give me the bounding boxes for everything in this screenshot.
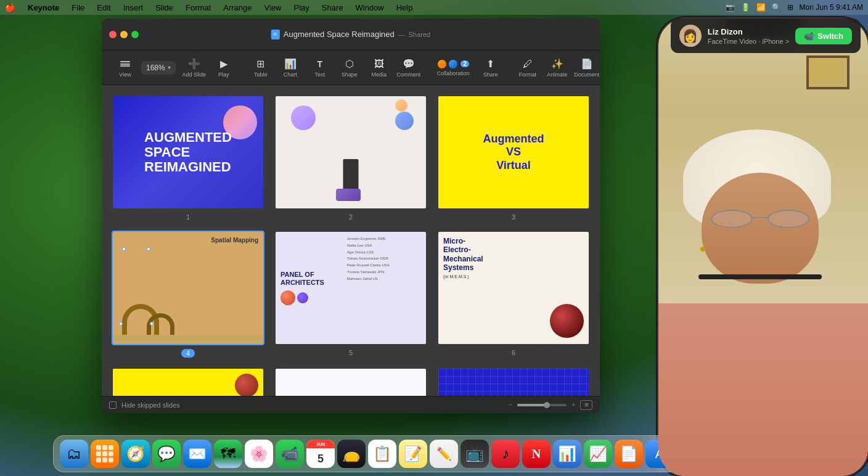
- menubar-slide[interactable]: Slide: [153, 3, 176, 12]
- shape-icon: ⬡: [343, 58, 356, 70]
- dock-finder[interactable]: 🗂: [60, 440, 88, 468]
- facetime-icon: 📹: [280, 445, 299, 462]
- zoom-out-icon[interactable]: −: [509, 401, 512, 408]
- slide-6[interactable]: Micro-Electro-MechanicalSystems (or M.E.…: [437, 231, 590, 358]
- menubar-view[interactable]: View: [262, 3, 284, 12]
- calendar-month-label: JUN: [316, 442, 325, 446]
- person-body: [658, 303, 868, 476]
- hide-skipped-checkbox[interactable]: [109, 401, 117, 409]
- grid-view-icon[interactable]: ⊞: [580, 400, 592, 410]
- dock-photos[interactable]: 🌸: [245, 440, 273, 468]
- menubar-window[interactable]: Window: [353, 3, 386, 12]
- notification-name: Liz Dizon: [708, 27, 789, 36]
- keynote-window: K Augmented Space Reimagined — Shared Vi…: [102, 18, 600, 413]
- dock-news[interactable]: N: [522, 440, 551, 468]
- dock-maps[interactable]: 🗺: [214, 440, 242, 468]
- slide-2-number: 2: [349, 213, 353, 221]
- selection-handle-3: [119, 322, 123, 326]
- slide-9-thumbnail: PHYSICALAUGMENTEDVIRTUAL: [437, 367, 590, 396]
- pages-icon: 📄: [620, 445, 638, 462]
- dock-mail[interactable]: ✉️: [183, 440, 211, 468]
- dock-reminders[interactable]: 📋: [368, 440, 396, 468]
- dock-pages[interactable]: 📄: [615, 440, 643, 468]
- dock-tv[interactable]: 📺: [461, 440, 489, 468]
- earring: [700, 247, 705, 252]
- dock-launchpad[interactable]: [91, 440, 119, 468]
- zoom-slider[interactable]: [517, 404, 567, 406]
- menubar-share[interactable]: Share: [319, 3, 346, 12]
- slide-4-number: 4: [181, 349, 195, 358]
- menubar-help[interactable]: Help: [394, 3, 416, 12]
- document-button[interactable]: 📄 Document: [573, 55, 600, 80]
- menubar-right: 📷 🔋 📶 🔍 ⊞ Mon Jun 5 9:41 AM: [726, 3, 863, 12]
- comment-button[interactable]: 💬 Comment: [395, 55, 422, 80]
- menubar-app-name[interactable]: Keynote: [25, 3, 62, 12]
- slide-5-thumbnail: PANEL OFARCHITECTS Jocelyn Engstrom SWE …: [274, 231, 427, 345]
- slide-4-thumbnail: Spatial Mapping: [112, 231, 264, 345]
- text-button[interactable]: T Text: [306, 55, 334, 80]
- slide-7[interactable]: AUGO 7: [112, 367, 264, 396]
- slide-8[interactable]: Layers of Augmentation 8: [274, 367, 427, 396]
- media-label: Media: [371, 72, 387, 78]
- iphone-screen: [658, 18, 868, 476]
- slide-2[interactable]: 2: [274, 95, 427, 221]
- zoom-value: 168%: [146, 64, 165, 72]
- search-icon[interactable]: 🔍: [772, 3, 781, 12]
- dock-music[interactable]: ♪: [491, 440, 520, 468]
- slide-5[interactable]: PANEL OFARCHITECTS Jocelyn Engstrom SWE …: [274, 231, 427, 358]
- format-label: Format: [519, 72, 537, 78]
- menubar-arrange[interactable]: Arrange: [221, 3, 254, 12]
- view-icon: [119, 58, 131, 70]
- media-button[interactable]: 🖼 Media: [366, 55, 393, 80]
- shape-button[interactable]: ⬡ Shape: [336, 55, 363, 80]
- slide-5-blob2: [297, 292, 308, 303]
- dock-numbers[interactable]: 📈: [584, 440, 612, 468]
- media-icon: 🖼: [373, 58, 385, 70]
- wall-painting: [806, 55, 850, 89]
- dock-calendar[interactable]: JUN 5: [306, 440, 335, 468]
- slide-4[interactable]: Spatial Mapping 4: [112, 231, 264, 358]
- share-button[interactable]: ⬆ Share: [477, 55, 504, 80]
- menubar-file[interactable]: File: [69, 3, 87, 12]
- chart-button[interactable]: 📊 Chart: [277, 55, 304, 80]
- dock-notes[interactable]: 📝: [399, 440, 427, 468]
- control-center-icon[interactable]: ⊞: [787, 3, 793, 12]
- apple-menu[interactable]: 🍎: [5, 2, 15, 12]
- minimize-button[interactable]: [120, 31, 128, 38]
- format-button[interactable]: 🖊 Format: [514, 55, 541, 80]
- notification-info: Liz Dizon FaceTime Video · iPhone >: [708, 27, 789, 45]
- switch-button[interactable]: 📹 Switch: [795, 28, 852, 44]
- slide-9[interactable]: PHYSICALAUGMENTEDVIRTUAL 9: [437, 367, 590, 396]
- close-button[interactable]: [109, 31, 117, 38]
- window-shared-label: —: [398, 31, 405, 38]
- table-button[interactable]: ⊞ Table: [247, 55, 274, 80]
- dock-wallet[interactable]: 👝: [337, 440, 366, 468]
- menubar-play[interactable]: Play: [291, 3, 311, 12]
- slide-3[interactable]: AugmentedVSVirtual 3: [437, 95, 590, 221]
- selection-handle-1: [122, 247, 126, 251]
- add-slide-button[interactable]: ➕ Add Slide: [181, 55, 208, 80]
- collab-avatar-1: [437, 59, 447, 69]
- menubar-format[interactable]: Format: [183, 3, 213, 12]
- dock-freeform[interactable]: ✏️: [430, 440, 458, 468]
- collaboration-button[interactable]: 2 Collaboration: [432, 57, 475, 79]
- dock-safari[interactable]: 🧭: [121, 440, 150, 468]
- maps-icon: 🗺: [221, 445, 235, 462]
- play-button[interactable]: ▶ Play: [210, 55, 237, 80]
- collaboration-label: Collaboration: [437, 70, 470, 76]
- view-toolbar-button[interactable]: View: [112, 55, 139, 80]
- slide-1-thumbnail: AUGMENTEDSPACEREIMAGINED: [112, 95, 264, 210]
- fullscreen-button[interactable]: [131, 31, 139, 38]
- dock-messages[interactable]: 💬: [152, 440, 181, 468]
- animate-button[interactable]: ✨ Animate: [544, 55, 571, 80]
- menubar-edit[interactable]: Edit: [94, 3, 113, 12]
- dock-facetime[interactable]: 📹: [276, 440, 304, 468]
- slide-6-thumbnail: Micro-Electro-MechanicalSystems (or M.E.…: [437, 231, 590, 345]
- slide-1[interactable]: AUGMENTEDSPACEREIMAGINED 1: [112, 95, 264, 221]
- slide-6-sphere: [550, 304, 584, 338]
- zoom-in-icon[interactable]: +: [571, 401, 575, 408]
- tv-icon: 📺: [465, 445, 484, 462]
- zoom-control[interactable]: 168% ▾: [141, 61, 176, 75]
- dock-keynote[interactable]: 📊: [553, 440, 581, 468]
- menubar-insert[interactable]: Insert: [121, 3, 146, 12]
